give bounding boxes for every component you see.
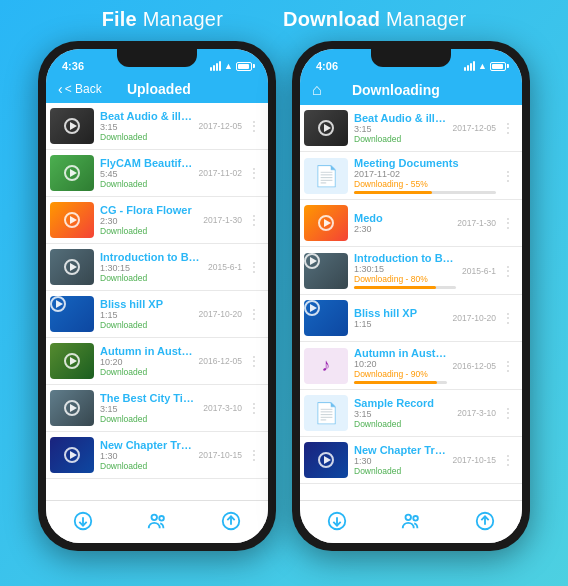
right-file-item-5[interactable]: Bliss hill XP 1:15 2017-10-20 ⋮ [300, 295, 522, 342]
play-icon [318, 215, 334, 231]
right-file-item-6[interactable]: ♪ Autumn in Australia 10:20 Downloading … [300, 342, 522, 390]
left-app-title: File Manager [102, 8, 223, 31]
file-info-3: CG - Flora Flower 2:30 Downloaded [100, 204, 197, 236]
right-people-button[interactable] [397, 507, 425, 535]
home-button[interactable]: ⌂ [312, 81, 322, 99]
file-menu-icon[interactable]: ⋮ [248, 166, 260, 180]
upload-button[interactable] [217, 507, 245, 535]
right-bottom-bar [300, 500, 522, 543]
right-file-item-4[interactable]: Introduction to Business 101 1:30:15 Dow… [300, 247, 522, 295]
thumb-6 [50, 343, 94, 379]
file-menu-icon[interactable]: ⋮ [248, 260, 260, 274]
file-menu-icon[interactable]: ⋮ [248, 119, 260, 133]
file-status-7: Downloaded [100, 414, 197, 424]
play-icon [304, 300, 320, 316]
file-name-7: The Best City Timelapse [100, 392, 197, 404]
left-file-item-2[interactable]: FlyCAM Beautiful Lake 5:45 Downloaded 20… [46, 150, 268, 197]
file-duration-3: 2:30 [100, 216, 197, 226]
right-file-duration-8: 1:30 [354, 456, 447, 466]
wifi-icon: ▲ [224, 61, 233, 71]
thumb-7 [50, 390, 94, 426]
thumb-8 [50, 437, 94, 473]
right-file-date-4: 2015-6-1 [462, 266, 496, 276]
play-icon [64, 165, 80, 181]
file-status-4: Downloaded [100, 273, 202, 283]
right-upload-button[interactable] [471, 507, 499, 535]
right-file-status-8: Downloaded [354, 466, 447, 476]
file-menu-icon[interactable]: ⋮ [502, 264, 514, 278]
file-menu-icon[interactable]: ⋮ [248, 307, 260, 321]
right-file-item-3[interactable]: Medo 2:30 2017-1-30 ⋮ [300, 200, 522, 247]
file-menu-icon[interactable]: ⋮ [248, 354, 260, 368]
right-file-name-7: Sample Record [354, 397, 451, 409]
people-button[interactable] [143, 507, 171, 535]
right-file-name-2: Meeting Documents [354, 157, 496, 169]
right-file-item-8[interactable]: New Chapter Trailer 1:30 Downloaded 2017… [300, 437, 522, 484]
left-back-button[interactable]: ‹ < Back [58, 82, 102, 96]
download-button[interactable] [69, 507, 97, 535]
file-menu-icon[interactable]: ⋮ [502, 406, 514, 420]
file-menu-icon[interactable]: ⋮ [502, 311, 514, 325]
play-icon [304, 253, 320, 269]
thumb-2 [50, 155, 94, 191]
file-menu-icon[interactable]: ⋮ [248, 213, 260, 227]
right-file-status-6: Downloading - 90% [354, 369, 447, 379]
file-menu-icon[interactable]: ⋮ [502, 121, 514, 135]
left-file-item-8[interactable]: New Chapter Trailer 1:30 Downloaded 2017… [46, 432, 268, 479]
right-file-duration-3: 2:30 [354, 224, 451, 234]
file-duration-2: 5:45 [100, 169, 193, 179]
right-file-status-2: Downloading - 55% [354, 179, 496, 189]
play-icon [64, 400, 80, 416]
file-date-4: 2015-6-1 [208, 262, 242, 272]
file-menu-icon[interactable]: ⋮ [248, 448, 260, 462]
file-menu-icon[interactable]: ⋮ [248, 401, 260, 415]
file-menu-icon[interactable]: ⋮ [502, 216, 514, 230]
left-file-item-7[interactable]: The Best City Timelapse 3:15 Downloaded … [46, 385, 268, 432]
play-icon [64, 259, 80, 275]
right-nav-bar: ⌂ Downloading [300, 77, 522, 105]
svg-point-3 [159, 516, 164, 521]
file-status-3: Downloaded [100, 226, 197, 236]
right-file-name-4: Introduction to Business 101 [354, 252, 456, 264]
file-name-2: FlyCAM Beautiful Lake [100, 157, 193, 169]
right-phone: 4:06 ▲ ⌂ Downloading [292, 41, 530, 551]
right-file-date-1: 2017-12-05 [453, 123, 496, 133]
play-icon [318, 452, 334, 468]
download-icon [326, 510, 348, 532]
left-status-icons: ▲ [210, 61, 252, 71]
file-info-2: FlyCAM Beautiful Lake 5:45 Downloaded [100, 157, 193, 189]
right-file-status-7: Downloaded [354, 419, 451, 429]
upload-icon [474, 510, 496, 532]
file-date-3: 2017-1-30 [203, 215, 242, 225]
header-row: File Manager Download Manager [0, 0, 568, 41]
left-file-item-1[interactable]: Beat Audio & illumination 3:15 Downloade… [46, 103, 268, 150]
right-file-item-2[interactable]: 📄 Meeting Documents 2017-11-02 Downloadi… [300, 152, 522, 200]
left-file-item-3[interactable]: CG - Flora Flower 2:30 Downloaded 2017-1… [46, 197, 268, 244]
right-file-item-7[interactable]: 📄 Sample Record 3:15 Downloaded 2017-3-1… [300, 390, 522, 437]
progress-bar-4 [354, 286, 436, 289]
svg-point-9 [413, 516, 418, 521]
left-bottom-bar [46, 500, 268, 543]
left-file-item-4[interactable]: Introduction to Business 101 1:30:15 Dow… [46, 244, 268, 291]
left-file-item-6[interactable]: Autumn in Australia 10:20 Downloaded 201… [46, 338, 268, 385]
file-menu-icon[interactable]: ⋮ [502, 453, 514, 467]
left-file-item-5[interactable]: Bliss hill XP 1:15 Downloaded 2017-10-20… [46, 291, 268, 338]
file-status-2: Downloaded [100, 179, 193, 189]
right-download-button[interactable] [323, 507, 351, 535]
right-thumb-4 [304, 253, 348, 289]
right-file-name-8: New Chapter Trailer [354, 444, 447, 456]
progress-bar-container-4 [354, 286, 456, 289]
right-screen: 4:06 ▲ ⌂ Downloading [300, 49, 522, 543]
signal-icon [464, 61, 475, 71]
file-menu-icon[interactable]: ⋮ [502, 169, 514, 183]
file-date-1: 2017-12-05 [199, 121, 242, 131]
file-menu-icon[interactable]: ⋮ [502, 359, 514, 373]
right-file-date-8: 2017-10-15 [453, 455, 496, 465]
file-status-8: Downloaded [100, 461, 193, 471]
right-thumb-7: 📄 [304, 395, 348, 431]
progress-bar-container-2 [354, 191, 496, 194]
right-file-item-1[interactable]: Beat Audio & illumination 3:15 Downloade… [300, 105, 522, 152]
progress-bar-container-6 [354, 381, 447, 384]
right-file-info-3: Medo 2:30 [354, 212, 451, 234]
file-duration-5: 1:15 [100, 310, 193, 320]
